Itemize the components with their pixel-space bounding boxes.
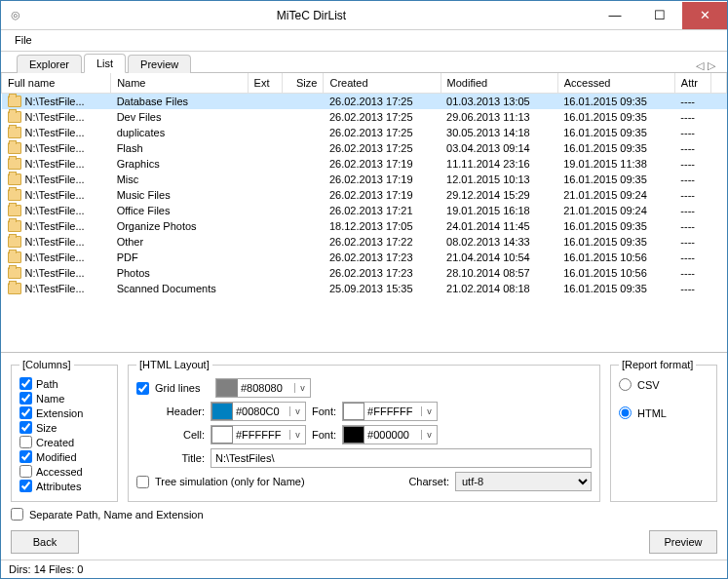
table-row[interactable]: N:\TestFile...Other26.02.2013 17:2208.02…: [2, 234, 727, 250]
table-row[interactable]: N:\TestFile...Database Files26.02.2013 1…: [2, 94, 727, 110]
gridlines-color[interactable]: [238, 382, 294, 394]
html-layout-group: [HTML Layout] Grid lines v Header: v Fon…: [128, 359, 600, 502]
table-row[interactable]: N:\TestFile...Flash26.02.2013 17:2503.04…: [2, 140, 727, 156]
report-format-group: [Report format] CSV HTML: [610, 359, 717, 502]
chk-extension[interactable]: [19, 406, 32, 419]
chk-treesim[interactable]: [136, 476, 149, 488]
swatch-header: [211, 403, 233, 420]
table-row[interactable]: N:\TestFile...Dev Files26.02.2013 17:252…: [2, 109, 727, 125]
status-bar: Dirs: 14 Files: 0: [1, 560, 727, 578]
header-color[interactable]: [233, 405, 289, 417]
folder-icon: [8, 283, 21, 294]
columns-group: [Columns] Path Name Extension Size Creat…: [11, 359, 118, 502]
table-row[interactable]: N:\TestFile...Graphics26.02.2013 17:1911…: [2, 156, 727, 172]
swatch-header-font: [343, 403, 364, 420]
charset-select[interactable]: utf-8: [455, 472, 592, 491]
table-row[interactable]: N:\TestFile...Misc26.02.2013 17:1912.01.…: [2, 172, 727, 187]
folder-icon: [8, 189, 21, 201]
folder-icon: [8, 158, 21, 170]
tab-list[interactable]: List: [84, 54, 126, 73]
cell-color[interactable]: [233, 429, 289, 441]
col-fullname[interactable]: Full name: [2, 73, 111, 94]
maximize-button[interactable]: ☐: [637, 2, 682, 29]
table-row[interactable]: N:\TestFile...Photos26.02.2013 17:2328.1…: [2, 265, 727, 281]
col-size[interactable]: Size: [283, 73, 324, 94]
table-row[interactable]: N:\TestFile...Scanned Documents25.09.201…: [2, 281, 727, 296]
radio-html[interactable]: [619, 406, 632, 419]
table-row[interactable]: N:\TestFile...Office Files26.02.2013 17:…: [2, 203, 727, 218]
titlebar: ◎ MiTeC DirList — ☐ ✕: [1, 1, 727, 30]
folder-icon: [8, 267, 21, 279]
col-created[interactable]: Created: [324, 73, 441, 94]
chk-modified[interactable]: [19, 450, 32, 463]
swatch-cell: [211, 426, 233, 444]
swatch-gridlines: [216, 379, 238, 397]
folder-icon: [8, 236, 21, 248]
back-button[interactable]: Back: [11, 530, 79, 554]
menubar: File: [1, 30, 727, 52]
title-input[interactable]: [211, 448, 592, 468]
close-button[interactable]: ✕: [682, 2, 727, 29]
minimize-button[interactable]: —: [593, 2, 637, 29]
file-list[interactable]: Full name Name Ext Size Created Modified…: [1, 73, 727, 353]
tab-explorer[interactable]: Explorer: [17, 55, 82, 73]
table-row[interactable]: N:\TestFile...Music Files26.02.2013 17:1…: [2, 187, 727, 203]
window-title: MiTeC DirList: [30, 9, 593, 22]
preview-button[interactable]: Preview: [649, 530, 717, 554]
menu-file[interactable]: File: [9, 32, 38, 48]
folder-icon: [8, 142, 21, 154]
chk-name[interactable]: [19, 392, 32, 405]
folder-icon: [8, 96, 21, 107]
folder-icon: [8, 220, 21, 232]
table-row[interactable]: N:\TestFile...PDF26.02.2013 17:2321.04.2…: [2, 250, 727, 265]
tab-scroll-right-icon[interactable]: ▷: [708, 59, 715, 72]
col-modified[interactable]: Modified: [441, 73, 557, 94]
tab-preview[interactable]: Preview: [128, 55, 191, 73]
folder-icon: [8, 251, 21, 263]
chk-created[interactable]: [19, 436, 32, 448]
radio-csv[interactable]: [619, 378, 632, 391]
chk-attributes[interactable]: [19, 480, 32, 492]
folder-icon: [8, 205, 21, 216]
cell-font-color[interactable]: [364, 429, 421, 441]
chk-size[interactable]: [19, 421, 32, 434]
tab-bar: Explorer List Preview ◁ ▷: [1, 52, 727, 73]
col-accessed[interactable]: Accessed: [557, 73, 674, 94]
folder-icon: [8, 174, 21, 185]
chk-accessed[interactable]: [19, 465, 32, 478]
header-font-color[interactable]: [364, 405, 421, 417]
dropdown-icon[interactable]: v: [294, 383, 310, 393]
tab-scroll-left-icon[interactable]: ◁: [696, 59, 704, 72]
chk-separate[interactable]: [11, 508, 23, 521]
swatch-cell-font: [343, 426, 364, 444]
col-attr[interactable]: Attr: [674, 73, 710, 94]
table-row[interactable]: N:\TestFile...Organize Photos18.12.2013 …: [2, 218, 727, 234]
table-row[interactable]: N:\TestFile...duplicates26.02.2013 17:25…: [2, 125, 727, 140]
app-icon: ◎: [1, 9, 30, 21]
folder-icon: [8, 111, 21, 123]
col-name[interactable]: Name: [111, 73, 248, 94]
chk-path[interactable]: [19, 377, 32, 390]
chk-gridlines[interactable]: [136, 382, 149, 395]
col-ext[interactable]: Ext: [248, 73, 283, 94]
folder-icon: [8, 127, 21, 138]
